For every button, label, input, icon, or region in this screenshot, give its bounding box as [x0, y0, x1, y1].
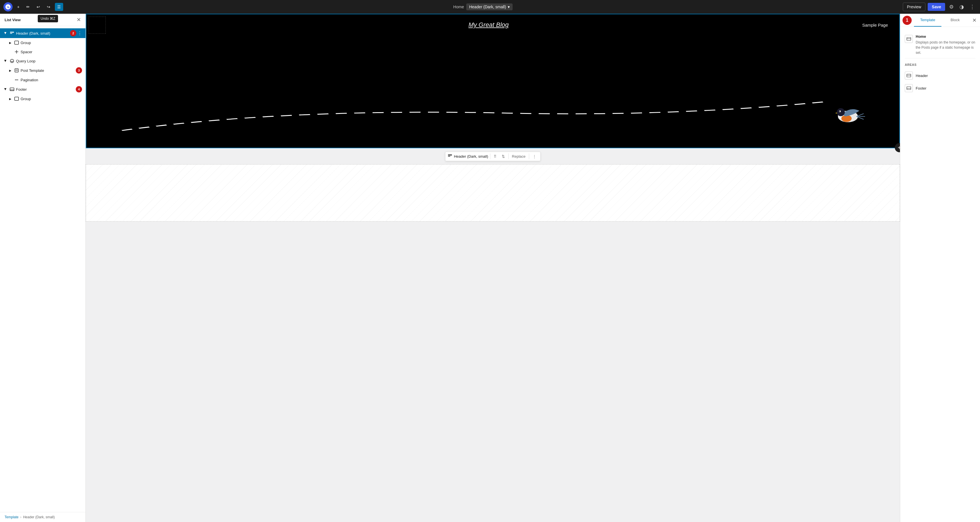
drag-handle-btn[interactable]: ⠿: [492, 153, 498, 160]
add-block-toolbar-btn[interactable]: +: [15, 3, 22, 11]
template-item-home-content: Home Displays posts on the homepage, or …: [916, 34, 975, 55]
footer-badge: 4: [76, 86, 82, 93]
toolbar-separator-3: [529, 153, 529, 159]
area-item-footer[interactable]: Footer: [905, 82, 975, 94]
template-tab[interactable]: Template: [914, 14, 942, 27]
block-toolbar-label: Header (Dark, small): [448, 154, 488, 159]
tree-item-group2-label: Group: [21, 97, 82, 101]
toolbar-center: Home Header (Dark, small) ▾: [65, 3, 900, 10]
expand-arrow-header[interactable]: ▶: [3, 31, 8, 35]
tree: ▶ Header (Dark, small) 2 ⋮ ▶ Group ▶: [0, 26, 86, 512]
right-panel-close-button[interactable]: ✕: [969, 17, 980, 24]
spacer-icon: [14, 49, 19, 55]
svg-point-3: [10, 59, 14, 63]
undo-btn[interactable]: ↩: [34, 3, 42, 11]
tree-item-footer-label: Footer: [16, 87, 73, 92]
tree-item-pagination[interactable]: ▶ Pagination: [0, 75, 86, 85]
expand-arrow-post-template[interactable]: ▶: [8, 68, 13, 73]
tree-item-group1[interactable]: ▶ Group: [0, 38, 86, 47]
group-icon: [14, 40, 19, 46]
right-panel-header: 1 Template Block ✕: [900, 14, 980, 27]
replace-btn[interactable]: Replace: [510, 153, 527, 160]
breadcrumb-current[interactable]: Header (Dark, small) ▾: [466, 3, 512, 10]
block-tab[interactable]: Block: [942, 14, 969, 27]
breadcrumb-current-page: Header (Dark, small): [23, 515, 55, 519]
svg-rect-25: [907, 87, 911, 89]
home-template-icon: [905, 35, 913, 43]
area-header-icon: [905, 72, 913, 80]
expand-arrow-group2[interactable]: ▶: [8, 96, 13, 101]
nav-link: Sample Page: [862, 22, 888, 27]
breadcrumb-template-link[interactable]: Template: [5, 515, 19, 519]
list-view-btn[interactable]: ☰: [55, 3, 63, 11]
save-button[interactable]: Save: [928, 3, 945, 11]
tree-item-query-loop[interactable]: ▶ Query Loop: [0, 56, 86, 65]
redo-btn[interactable]: ↪: [45, 3, 52, 11]
bird-container: [828, 101, 865, 131]
list-view-close-button[interactable]: ✕: [76, 17, 81, 22]
area-header-label: Header: [916, 73, 928, 78]
preview-button[interactable]: Preview: [903, 3, 926, 11]
step-badge: 1: [902, 16, 912, 25]
tree-item-post-template-label: Post Template: [21, 69, 73, 73]
block-toolbar-container: Header (Dark, small) ⠿ ⇅ Replace ⋮: [86, 148, 900, 162]
expand-arrow-group1[interactable]: ▶: [8, 40, 13, 45]
tree-item-pagination-label: Pagination: [21, 78, 82, 82]
undo-tooltip: Undo ⌘Z: [38, 15, 58, 22]
bottom-breadcrumb: Template › Header (Dark, small): [0, 512, 86, 522]
right-panel-body: Home Displays posts on the homepage, or …: [900, 27, 980, 522]
svg-point-9: [18, 80, 18, 80]
move-up-down-btn[interactable]: ⇅: [500, 153, 507, 160]
svg-rect-12: [14, 97, 19, 101]
expand-arrow-footer[interactable]: ▶: [3, 87, 8, 92]
header-nav: My Great Blog Sample Page: [86, 14, 899, 35]
breadcrumb-home[interactable]: Home: [453, 5, 464, 9]
wp-logo[interactable]: [3, 2, 13, 11]
expand-arrow-query[interactable]: ▶: [3, 59, 8, 63]
tree-item-header[interactable]: ▶ Header (Dark, small) 2 ⋮: [0, 28, 86, 38]
group2-icon: [14, 96, 19, 102]
svg-point-18: [839, 111, 840, 112]
svg-rect-19: [448, 155, 452, 155]
tree-item-footer[interactable]: ▶ Footer 4: [0, 85, 86, 94]
tree-item-group2[interactable]: ▶ Group: [0, 94, 86, 103]
tree-item-spacer[interactable]: ▶ Spacer: [0, 47, 86, 56]
tree-item-group1-label: Group: [21, 41, 82, 45]
bird-svg: [828, 101, 865, 129]
settings-icon[interactable]: ⚙: [947, 2, 955, 12]
toolbar-separator-2: [508, 153, 509, 159]
post-template-badge: 3: [76, 67, 82, 73]
list-icon: ☰: [57, 5, 61, 9]
area-footer-label: Footer: [916, 86, 926, 91]
canvas-inner: My Great Blog Sample Page: [86, 14, 900, 222]
block-toolbar: Header (Dark, small) ⠿ ⇅ Replace ⋮: [445, 152, 541, 161]
template-item-home[interactable]: Home Displays posts on the homepage, or …: [905, 32, 975, 58]
header-block[interactable]: My Great Blog Sample Page: [86, 14, 900, 148]
query-loop-area[interactable]: [86, 164, 900, 222]
toolbar-separator: [490, 153, 490, 159]
area-item-header[interactable]: Header: [905, 69, 975, 82]
more-options-icon[interactable]: ⋮: [968, 2, 977, 12]
post-template-icon: [14, 67, 19, 73]
diagonal-pattern: [86, 164, 900, 221]
main-layout: List View ✕ ▶ Header (Dark, small) 2 ⋮ ▶: [0, 14, 980, 522]
template-item-home-name: Home: [916, 34, 975, 38]
tree-item-post-template[interactable]: ▶ Post Template 3: [0, 65, 86, 75]
pagination-icon: [14, 77, 19, 83]
blog-title: My Great Blog: [469, 21, 509, 29]
canvas-area[interactable]: My Great Blog Sample Page: [86, 14, 900, 522]
block-more-btn[interactable]: ⋮: [531, 153, 538, 160]
header-block-toolbar-icon: [448, 154, 452, 159]
header-more-icon[interactable]: ⋮: [78, 30, 82, 36]
breadcrumb-separator: ›: [20, 515, 21, 519]
area-footer-icon: [905, 84, 913, 92]
query-loop-icon: [9, 58, 15, 64]
list-view-title: List View: [5, 18, 21, 22]
edit-btn[interactable]: ✏: [24, 3, 32, 11]
chevron-down-icon: ▾: [508, 5, 510, 9]
header-badge: 2: [70, 30, 76, 36]
svg-rect-0: [10, 32, 14, 33]
appearance-icon[interactable]: ◑: [958, 2, 966, 12]
svg-point-8: [16, 80, 17, 80]
template-item-home-desc: Displays posts on the homepage, or on th…: [916, 40, 975, 55]
